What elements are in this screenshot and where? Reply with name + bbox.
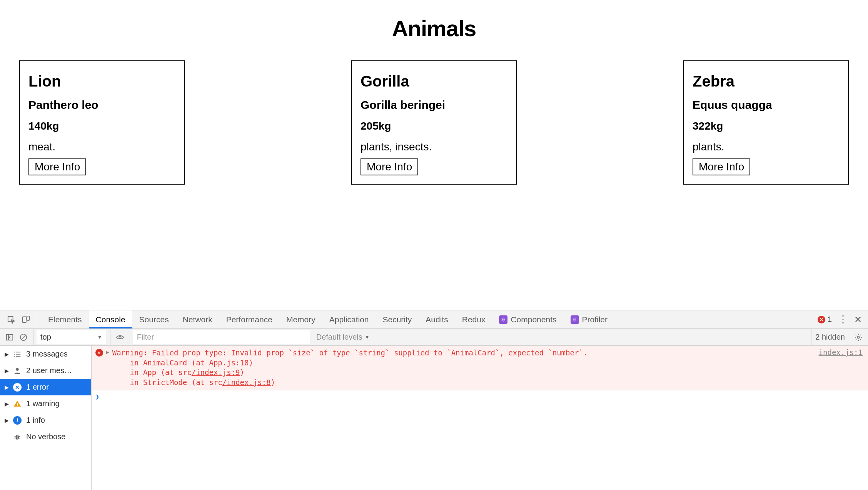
svg-line-22 — [19, 436, 20, 437]
tab-profiler[interactable]: ⚛ Profiler — [564, 310, 615, 328]
more-info-button[interactable]: More Info — [28, 158, 86, 175]
chevron-right-icon: ❯ — [95, 393, 99, 400]
page-title: Animals — [19, 15, 849, 41]
tab-application[interactable]: Application — [322, 310, 376, 328]
console-toolbar: top ▼ Default levels ▼ 2 hidden — [0, 329, 868, 346]
tab-network[interactable]: Network — [176, 310, 219, 328]
devtools-tabbar: Elements Console Sources Network Perform… — [0, 310, 868, 329]
log-source-link[interactable]: index.js:1 — [819, 348, 863, 357]
svg-point-7 — [119, 336, 121, 338]
console-body: ▶ 3 messages ▶ 2 user mes… ▶ ✕ 1 error ▶… — [0, 346, 868, 490]
device-toolbar-icon[interactable] — [22, 315, 30, 324]
sidebar-item-messages[interactable]: ▶ 3 messages — [0, 346, 91, 362]
bug-icon — [13, 433, 22, 441]
hidden-messages-count[interactable]: 2 hidden — [811, 329, 849, 345]
error-icon: ✕ — [95, 349, 103, 357]
svg-line-21 — [15, 438, 16, 438]
sidebar-item-label: 3 messages — [26, 350, 68, 358]
console-prompt[interactable]: ❯ — [92, 390, 868, 403]
inspect-element-icon[interactable] — [7, 315, 15, 324]
toggle-sidebar-icon[interactable] — [5, 333, 14, 342]
expand-icon: ▶ — [5, 401, 8, 407]
sidebar-item-verbose[interactable]: ▶ No verbose — [0, 428, 91, 445]
app-viewport: Animals Lion Panthero leo 140kg meat. Mo… — [0, 0, 868, 200]
tab-security[interactable]: Security — [376, 310, 419, 328]
sidebar-item-label: 1 warning — [26, 399, 60, 408]
sidebar-item-info[interactable]: ▶ i 1 info — [0, 412, 91, 428]
svg-rect-16 — [17, 403, 18, 405]
animal-latin: Gorilla beringei — [361, 98, 507, 112]
animal-name: Gorilla — [361, 73, 507, 90]
info-icon: i — [13, 416, 22, 425]
animal-card: Zebra Equus quagga 322kg plants. More In… — [683, 60, 849, 185]
sidebar-item-warnings[interactable]: ▶ 1 warning — [0, 395, 91, 412]
more-info-button[interactable]: More Info — [693, 158, 750, 175]
sidebar-item-label: 1 info — [26, 416, 45, 425]
error-count: 1 — [828, 315, 832, 324]
svg-line-6 — [22, 335, 26, 339]
kebab-menu-icon[interactable]: ⋮ — [838, 317, 848, 321]
sidebar-item-errors[interactable]: ▶ ✕ 1 error — [0, 379, 91, 395]
tab-audits[interactable]: Audits — [419, 310, 455, 328]
execution-context-select[interactable]: top ▼ — [37, 330, 106, 344]
tab-performance[interactable]: Performance — [219, 310, 279, 328]
animal-weight: 140kg — [28, 120, 175, 132]
live-expression-icon[interactable] — [116, 333, 124, 342]
filter-input[interactable] — [133, 330, 310, 344]
tab-console[interactable]: Console — [89, 310, 132, 328]
error-icon: ✕ — [13, 383, 22, 392]
svg-rect-0 — [8, 316, 13, 321]
console-output: ✕ ▶ Warning: Failed prop type: Invalid p… — [92, 346, 868, 490]
svg-point-15 — [16, 368, 18, 370]
tab-label: Components — [511, 315, 556, 324]
close-devtools-icon[interactable]: ✕ — [854, 314, 862, 325]
tab-components[interactable]: ⚛ Components — [492, 310, 563, 328]
expand-icon: ▶ — [5, 368, 8, 374]
animal-diet: meat. — [28, 141, 175, 153]
sidebar-item-label: 1 error — [26, 383, 49, 392]
error-icon: ✕ — [818, 316, 825, 323]
animal-card: Lion Panthero leo 140kg meat. More Info — [19, 60, 185, 185]
chevron-down-icon: ▼ — [365, 334, 370, 340]
sidebar-item-user-messages[interactable]: ▶ 2 user mes… — [0, 362, 91, 379]
svg-point-8 — [857, 336, 860, 338]
levels-value: Default levels — [316, 333, 362, 342]
context-value: top — [40, 333, 51, 342]
tab-memory[interactable]: Memory — [279, 310, 322, 328]
tab-redux[interactable]: Redux — [455, 310, 492, 328]
svg-point-13 — [14, 354, 15, 355]
warning-icon — [13, 400, 22, 408]
devtools-panel: Elements Console Sources Network Perform… — [0, 310, 868, 490]
svg-rect-17 — [17, 405, 18, 406]
tab-elements[interactable]: Elements — [41, 310, 89, 328]
svg-rect-2 — [27, 316, 29, 320]
list-icon — [13, 350, 22, 358]
clear-console-icon[interactable] — [19, 333, 28, 342]
svg-line-23 — [19, 438, 20, 438]
animal-weight: 322kg — [693, 120, 840, 132]
expand-icon: ▶ — [5, 351, 8, 357]
animal-name: Lion — [28, 73, 175, 90]
user-icon — [13, 367, 22, 375]
svg-point-12 — [14, 352, 15, 352]
expand-icon[interactable]: ▶ — [106, 349, 109, 355]
log-message: Warning: Failed prop type: Invalid prop … — [112, 348, 816, 388]
animal-weight: 205kg — [361, 120, 507, 132]
tab-sources[interactable]: Sources — [132, 310, 176, 328]
console-sidebar: ▶ 3 messages ▶ 2 user mes… ▶ ✕ 1 error ▶… — [0, 346, 92, 490]
expand-icon: ▶ — [5, 417, 8, 423]
log-levels-select[interactable]: Default levels ▼ — [312, 329, 374, 345]
console-error-entry[interactable]: ✕ ▶ Warning: Failed prop type: Invalid p… — [92, 346, 868, 390]
animal-latin: Panthero leo — [28, 98, 175, 112]
gear-icon[interactable] — [854, 333, 863, 342]
animal-diet: plants. — [693, 141, 840, 153]
cards-row: Lion Panthero leo 140kg meat. More Info … — [19, 60, 849, 185]
svg-line-20 — [15, 436, 16, 437]
animal-name: Zebra — [693, 73, 840, 90]
animal-diet: plants, insects. — [361, 141, 507, 153]
error-count-badge[interactable]: ✕ 1 — [818, 315, 832, 324]
svg-point-14 — [14, 356, 15, 357]
tab-label: Profiler — [582, 315, 608, 324]
animal-latin: Equus quagga — [693, 98, 840, 112]
more-info-button[interactable]: More Info — [361, 158, 418, 175]
